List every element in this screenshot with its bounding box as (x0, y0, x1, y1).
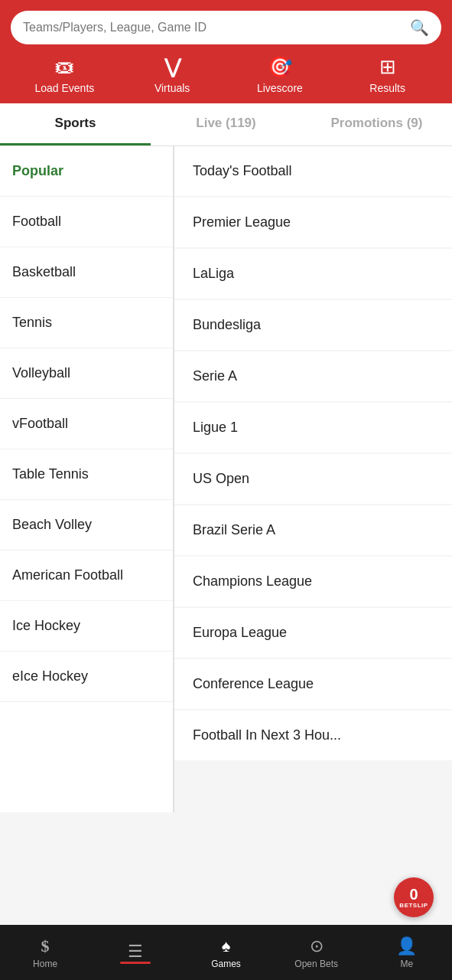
tab-live[interactable]: Live (119) (151, 103, 301, 145)
sidebar-item-football[interactable]: Football (0, 197, 173, 247)
sidebar-item-eice-hockey[interactable]: eIce Hockey (0, 652, 173, 702)
nav-item-virtuals[interactable]: ⋁ Virtuals (119, 55, 226, 94)
list-item-conference-league[interactable]: Conference League (174, 659, 452, 709)
sidebar-item-volleyball[interactable]: Volleyball (0, 348, 173, 399)
sidebar: Popular Football Basketball Tennis Volle… (0, 146, 174, 812)
sidebar-item-ice-hockey[interactable]: Ice Hockey (0, 601, 173, 652)
sidebar-item-popular[interactable]: Popular (0, 146, 173, 197)
sidebar-item-table-tennis[interactable]: Table Tennis (0, 449, 173, 500)
nav-icons: 🎟 Load Events ⋁ Virtuals 🎯 Livescore ⊞ R… (11, 55, 441, 94)
tab-sports[interactable]: Sports (0, 103, 151, 145)
list-item-brazil-serie-a[interactable]: Brazil Serie A (174, 505, 452, 555)
virtuals-label: Virtuals (154, 82, 190, 94)
virtuals-icon: ⋁ (164, 55, 180, 79)
list-item-premier-league[interactable]: Premier League (174, 198, 452, 247)
nav-item-results[interactable]: ⊞ Results (333, 55, 441, 94)
sidebar-item-basketball[interactable]: Basketball (0, 247, 173, 298)
list-item-champions-league[interactable]: Champions League (174, 557, 452, 606)
right-list: Today's Football Premier League LaLiga B… (174, 146, 452, 812)
list-item-football-next-3h[interactable]: Football In Next 3 Hou... (174, 710, 452, 760)
header: 🔍 🎟 Load Events ⋁ Virtuals 🎯 Livescore ⊞… (0, 0, 452, 103)
sidebar-item-beach-volley[interactable]: Beach Volley (0, 500, 173, 550)
sidebar-item-vfootball[interactable]: vFootball (0, 399, 173, 449)
sidebar-item-american-football[interactable]: American Football (0, 550, 173, 601)
results-icon: ⊞ (379, 55, 396, 79)
list-item-todays-football[interactable]: Today's Football (174, 146, 452, 196)
nav-item-load-events[interactable]: 🎟 Load Events (11, 55, 119, 94)
list-item-ligue-1[interactable]: Ligue 1 (174, 403, 452, 452)
tab-promotions[interactable]: Promotions (9) (301, 103, 452, 145)
list-item-us-open[interactable]: US Open (174, 454, 452, 504)
tabs-bar: Sports Live (119) Promotions (9) (0, 103, 452, 146)
main-content: Popular Football Basketball Tennis Volle… (0, 146, 452, 812)
list-item-europa-league[interactable]: Europa League (174, 608, 452, 658)
load-events-label: Load Events (34, 82, 94, 94)
sidebar-item-tennis[interactable]: Tennis (0, 298, 173, 348)
search-icon: 🔍 (410, 18, 429, 37)
search-input[interactable] (23, 21, 410, 34)
list-item-laliga[interactable]: LaLiga (174, 249, 452, 299)
livescore-label: Livescore (257, 82, 303, 94)
results-label: Results (369, 82, 405, 94)
list-item-bundesliga[interactable]: Bundesliga (174, 300, 452, 350)
livescore-icon: 🎯 (268, 55, 292, 79)
nav-item-livescore[interactable]: 🎯 Livescore (226, 55, 334, 94)
load-events-icon: 🎟 (54, 55, 74, 79)
list-item-serie-a[interactable]: Serie A (174, 351, 452, 401)
search-bar[interactable]: 🔍 (11, 11, 441, 44)
